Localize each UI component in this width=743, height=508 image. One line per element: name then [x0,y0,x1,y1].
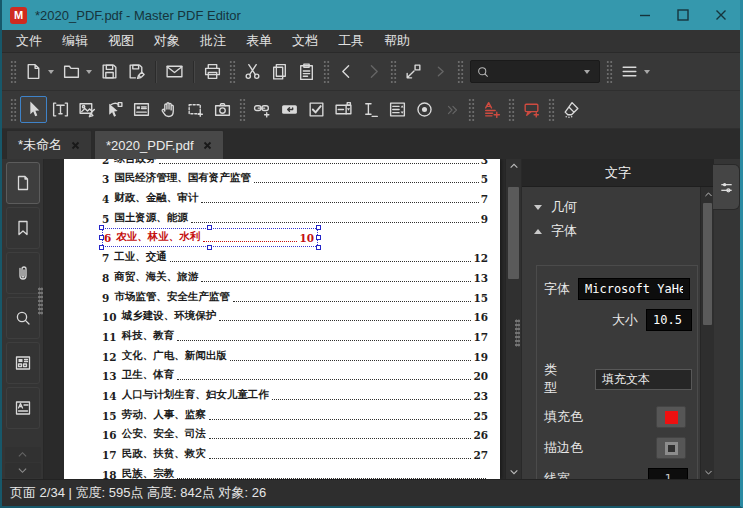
toc-row[interactable]: 9市场监管、安全生产监管15 [102,287,488,307]
selection-handle[interactable] [316,225,321,230]
save-button[interactable] [96,58,123,85]
checkbox-tool-button[interactable] [303,96,330,123]
cut-button[interactable] [239,58,266,85]
new-document-button[interactable] [20,58,47,85]
toc-row[interactable]: 13卫生、体育20 [102,366,488,386]
toc-row[interactable]: 8商贸、海关、旅游13 [102,267,488,287]
new-document-dropdown[interactable] [48,70,54,74]
menu-object[interactable]: 对象 [144,30,190,52]
hand-tool-button[interactable] [155,96,182,123]
menu-annotation[interactable]: 批注 [190,30,236,52]
sidebar-splitter-grip[interactable] [38,287,43,315]
menu-tools[interactable]: 工具 [328,30,374,52]
menu-view[interactable]: 视图 [98,30,144,52]
toc-row[interactable]: 3国民经济管理、国有资产监管5 [102,169,488,189]
selection-handle[interactable] [207,225,212,230]
copy-button[interactable] [266,58,293,85]
email-button[interactable] [161,58,188,85]
sidebar-thumbnails-button[interactable] [6,162,40,204]
toc-row[interactable]: 2综合政务3 [102,159,488,169]
panel-scrollbar[interactable] [700,187,714,479]
document-view[interactable]: 2综合政务3 3国民经济管理、国有资产监管5 4财政、金融、审计7 5国土资源、… [44,159,521,479]
paste-button[interactable] [293,58,320,85]
toc-row[interactable]: 10城乡建设、环境保护16 [102,307,488,327]
navigate-forward-button[interactable] [360,58,387,85]
edit-forms-tool-button[interactable] [128,96,155,123]
menu-edit[interactable]: 编辑 [52,30,98,52]
toolbar-grip[interactable] [323,60,330,84]
select-area-tool-button[interactable] [182,96,209,123]
open-document-button[interactable] [58,58,85,85]
toolbar-grip[interactable] [468,98,475,122]
main-menu-button[interactable] [616,58,643,85]
selection-handle[interactable] [99,225,104,230]
menu-help[interactable]: 帮助 [374,30,420,52]
edit-path-tool-button[interactable] [101,96,128,123]
toc-row[interactable]: 17民政、扶贫、救灾27 [102,444,488,464]
toc-row[interactable]: 11科技、教育17 [102,326,488,346]
selection-handle[interactable] [316,235,321,240]
edit-image-tool-button[interactable] [74,96,101,123]
toc-row[interactable]: 7工业、交通12 [102,247,488,267]
callout-tool-button[interactable] [518,96,545,123]
fit-next-button[interactable] [427,58,454,85]
more-form-tools-button[interactable] [438,96,465,123]
listbox-tool-button[interactable] [384,96,411,123]
toolbar-grip[interactable] [10,98,17,122]
sidebar-scroll-down-button[interactable] [5,463,41,478]
menu-document[interactable]: 文档 [282,30,328,52]
toolbar-grip[interactable] [10,60,17,84]
close-button[interactable] [702,0,740,30]
select-tool-button[interactable] [20,96,47,123]
combobox-tool-button[interactable] [330,96,357,123]
menu-file[interactable]: 文件 [6,30,52,52]
navigate-back-button[interactable] [333,58,360,85]
toc-row[interactable]: 4财政、金融、审计7 [102,188,488,208]
line-width-input[interactable] [648,468,688,479]
save-as-button[interactable] [123,58,150,85]
panel-splitter-grip[interactable] [515,319,520,347]
sidebar-form-fields-button[interactable] [6,342,40,384]
sidebar-attachments-button[interactable] [6,252,40,294]
search-input[interactable] [494,65,579,79]
toolbar-grip[interactable] [457,60,464,84]
toc-row[interactable]: 12文化、广电、新闻出版19 [102,346,488,366]
scroll-down-button[interactable] [701,465,714,479]
stroke-color-button[interactable] [656,437,686,459]
toolbar-grip[interactable] [239,98,246,122]
fill-color-button[interactable] [656,406,686,428]
menu-forms[interactable]: 表单 [236,30,282,52]
properties-panel-toggle[interactable] [713,164,740,210]
sidebar-search-button[interactable] [6,297,40,339]
text-annotation-tool-button[interactable] [478,96,505,123]
search-dropdown[interactable] [584,70,590,74]
tab-close-icon[interactable] [203,138,212,153]
selection-handle[interactable] [99,245,104,250]
push-button-tool-button[interactable] [276,96,303,123]
print-button[interactable] [199,58,226,85]
pdf-page[interactable]: 2综合政务3 3国民经济管理、国有资产监管5 4财政、金融、审计7 5国土资源、… [64,159,500,479]
main-menu-dropdown[interactable] [644,70,650,74]
tab-close-icon[interactable] [71,138,80,153]
type-select[interactable]: 填充文本 [595,369,692,390]
toolbar-grip[interactable] [606,60,613,84]
toc-row[interactable]: 5国土资源、能源9 [102,208,488,228]
toolbar-grip[interactable] [508,98,515,122]
tab-untitled[interactable]: *未命名 [6,130,92,159]
section-font[interactable]: 字体 [522,219,714,243]
open-document-dropdown[interactable] [86,70,92,74]
signature-field-tool-button[interactable] [357,96,384,123]
scroll-down-button[interactable] [506,465,521,479]
toc-row[interactable]: 15劳动、人事、监察25 [102,405,488,425]
scrollbar-thumb[interactable] [703,203,712,325]
sidebar-scroll-up-button[interactable] [5,447,41,462]
sidebar-bookmarks-button[interactable] [6,207,40,249]
selection-handle[interactable] [99,235,104,240]
font-size-input[interactable] [646,309,692,331]
font-name-input[interactable] [578,278,690,300]
toc-row[interactable]: 16公安、安全、司法26 [102,425,488,445]
fit-selection-button[interactable] [400,58,427,85]
radio-button-tool-button[interactable] [411,96,438,123]
edit-text-tool-button[interactable] [47,96,74,123]
sidebar-annotations-button[interactable] [6,387,40,429]
